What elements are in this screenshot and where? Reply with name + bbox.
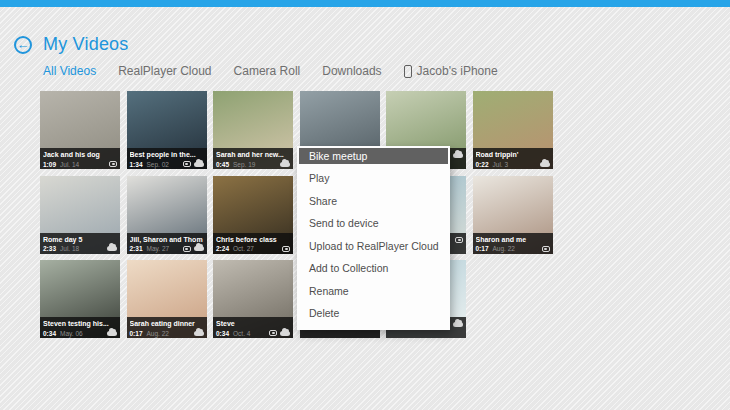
context-menu-title: Bike meetup	[299, 148, 448, 164]
video-duration: 2:31	[130, 245, 143, 252]
cloud-icon	[194, 246, 204, 251]
device-icon	[109, 161, 117, 167]
video-info-bar: Sarah eating dinner 0:17 Aug. 22	[127, 317, 207, 338]
video-title: Steven testing his...	[43, 319, 117, 328]
video-duration: 1:34	[130, 161, 143, 168]
video-storage-icons	[453, 322, 463, 327]
cloud-icon	[453, 322, 463, 327]
video-storage-icons	[280, 162, 290, 167]
video-meta: 0:17 Aug. 22	[476, 245, 550, 253]
video-duration: 2:33	[43, 245, 56, 252]
video-tile[interactable]: Rome day 5 2:33 Jul. 18	[40, 176, 120, 254]
menu-item-upload-to-realplayer-cloud[interactable]: Upload to RealPlayer Cloud	[299, 235, 448, 258]
video-tile[interactable]: Road trippin' 0:22 Jul. 3	[473, 91, 553, 169]
video-tile[interactable]: Steven testing his... 0:34 May. 06	[40, 260, 120, 338]
cloud-icon	[540, 162, 550, 167]
tab-downloads[interactable]: Downloads	[322, 64, 381, 78]
video-tile[interactable]: Steve 0:34 Oct. 4	[213, 260, 293, 338]
video-meta: 0:34 May. 06	[43, 329, 117, 337]
tab-camera-roll[interactable]: Camera Roll	[234, 64, 301, 78]
cloud-icon	[280, 162, 290, 167]
tab-label: Jacob's iPhone	[417, 64, 498, 78]
tab-jacob-s-iphone[interactable]: Jacob's iPhone	[404, 64, 498, 78]
video-meta: 0:22 Jul. 3	[476, 160, 550, 168]
video-storage-icons	[282, 246, 290, 252]
video-duration: 0:45	[216, 161, 229, 168]
video-meta: 1:09 Jul. 14	[43, 160, 117, 168]
video-meta: 0:45 Sep. 19	[216, 160, 290, 168]
context-menu-items: PlayShareSend to deviceUpload to RealPla…	[299, 164, 448, 328]
cloud-icon	[280, 331, 290, 336]
video-duration: 2:24	[216, 245, 229, 252]
video-date: Jul. 18	[60, 245, 79, 252]
video-date: Aug. 22	[493, 245, 515, 252]
video-storage-icons	[194, 331, 204, 336]
video-storage-icons	[107, 331, 117, 336]
tab-label: RealPlayer Cloud	[118, 64, 211, 78]
video-title: Steve	[216, 319, 290, 328]
cloud-icon	[453, 153, 463, 158]
video-duration: 0:17	[130, 330, 143, 337]
tab-label: Camera Roll	[234, 64, 301, 78]
video-date: Oct. 27	[233, 245, 254, 252]
video-info-bar: Road trippin' 0:22 Jul. 3	[473, 148, 553, 169]
menu-item-play[interactable]: Play	[299, 167, 448, 190]
menu-item-rename[interactable]: Rename	[299, 280, 448, 303]
video-info-bar: Sharon and me 0:17 Aug. 22	[473, 233, 553, 254]
video-storage-icons	[183, 161, 204, 167]
video-info-bar: Steve 0:34 Oct. 4	[213, 317, 293, 338]
video-meta: 2:24 Oct. 27	[216, 245, 290, 253]
tab-all-videos[interactable]: All Videos	[43, 64, 96, 78]
phone-icon	[404, 65, 412, 78]
video-date: May. 06	[60, 330, 83, 337]
device-icon	[183, 161, 191, 167]
video-storage-icons	[109, 161, 117, 167]
video-date: May. 27	[147, 245, 170, 252]
cloud-icon	[194, 331, 204, 336]
video-title: Sarah eating dinner	[130, 319, 204, 328]
video-info-bar: Rome day 5 2:33 Jul. 18	[40, 233, 120, 254]
cloud-icon	[194, 162, 204, 167]
menu-item-send-to-device[interactable]: Send to device	[299, 212, 448, 235]
video-info-bar: Chris before class 2:24 Oct. 27	[213, 233, 293, 254]
video-date: Jul. 3	[493, 161, 509, 168]
video-title: Rome day 5	[43, 235, 117, 244]
video-meta: 0:17 Aug. 22	[130, 329, 204, 337]
video-tile[interactable]: Jack and his dog 1:09 Jul. 14	[40, 91, 120, 169]
video-tile[interactable]: Sharon and me 0:17 Aug. 22	[473, 176, 553, 254]
menu-item-share[interactable]: Share	[299, 190, 448, 213]
video-tile[interactable]: Best people in the... 1:34 Sep. 02	[127, 91, 207, 169]
video-duration: 0:17	[476, 245, 489, 252]
video-title: Sarah and her new...	[216, 150, 290, 159]
app-header: ← My Videos	[14, 34, 129, 55]
video-duration: 0:34	[216, 330, 229, 337]
video-context-menu: Bike meetup PlayShareSend to deviceUploa…	[297, 146, 450, 330]
menu-item-delete[interactable]: Delete	[299, 302, 448, 325]
video-storage-icons	[542, 246, 550, 252]
page-title: My Videos	[43, 34, 129, 55]
tab-label: All Videos	[43, 64, 96, 78]
video-date: Jul. 14	[60, 161, 79, 168]
video-tile[interactable]: Jill, Sharon and Thom 2:31 May. 27	[127, 176, 207, 254]
video-info-bar: Jack and his dog 1:09 Jul. 14	[40, 148, 120, 169]
video-duration: 0:34	[43, 330, 56, 337]
video-storage-icons	[183, 246, 204, 252]
tab-bar: All Videos RealPlayer Cloud Camera Roll …	[43, 64, 498, 78]
video-date: Oct. 4	[233, 330, 250, 337]
tab-realplayer-cloud[interactable]: RealPlayer Cloud	[118, 64, 211, 78]
video-title: Road trippin'	[476, 150, 550, 159]
video-storage-icons	[540, 162, 550, 167]
video-tile[interactable]: Sarah and her new... 0:45 Sep. 19	[213, 91, 293, 169]
device-icon	[269, 330, 277, 336]
video-tile[interactable]: Sarah eating dinner 0:17 Aug. 22	[127, 260, 207, 338]
device-icon	[183, 246, 191, 252]
video-tile[interactable]: Chris before class 2:24 Oct. 27	[213, 176, 293, 254]
video-title: Sharon and me	[476, 235, 550, 244]
video-date: Sep. 19	[233, 161, 255, 168]
video-title: Jack and his dog	[43, 150, 117, 159]
menu-item-add-to-collection[interactable]: Add to Collection	[299, 257, 448, 280]
back-button[interactable]: ←	[14, 36, 32, 54]
device-icon	[282, 246, 290, 252]
video-date: Sep. 02	[147, 161, 169, 168]
cloud-icon	[107, 246, 117, 251]
